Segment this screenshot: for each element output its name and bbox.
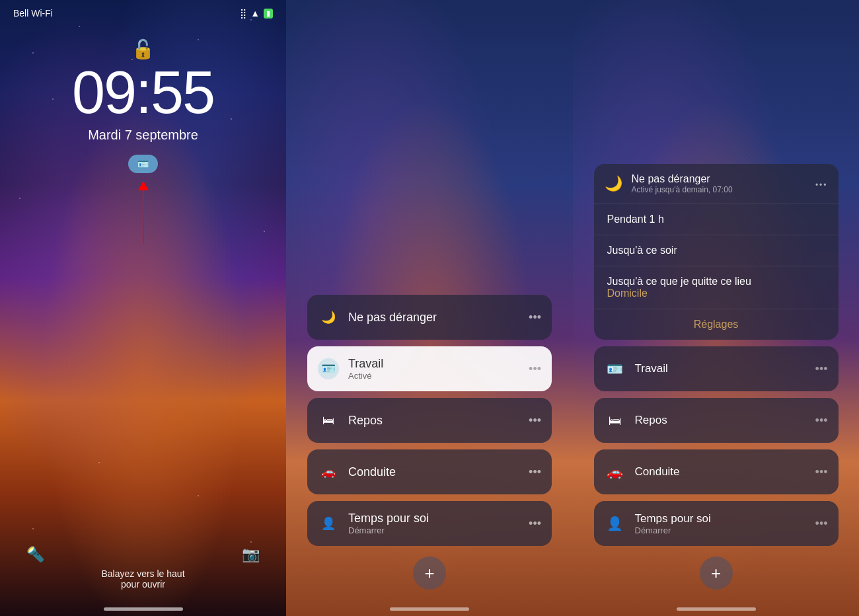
detail-focus-item-text-travail: Travail <box>635 362 806 375</box>
carrier-label: Bell Wi-Fi <box>13 8 53 19</box>
focus-item-name-travail: Travail <box>348 357 519 371</box>
focus-item-icon-conduite: 🚗 <box>318 461 339 482</box>
detail-focus-item-text-temps-pour-soi: Temps pour soiDémarrer <box>635 512 806 535</box>
detail-focus-item-text-conduite: Conduite <box>635 465 806 479</box>
detail-focus-item-name-conduite: Conduite <box>635 465 806 479</box>
focus-menu-panel: 🌙Ne pas déranger•••🪪TravailActivé•••🛏Rep… <box>286 0 573 616</box>
detail-focus-item-text-repos: Repos <box>635 414 806 427</box>
dnd-more-button[interactable] <box>815 177 828 191</box>
detail-focus-item-more-conduite[interactable]: ••• <box>815 465 828 479</box>
focus-item-text-travail: TravailActivé <box>348 357 519 381</box>
arrow-head <box>138 181 149 190</box>
focus-item-text-temps-pour-soi: Temps pour soiDémarrer <box>348 512 519 535</box>
focus-item-icon-travail: 🪪 <box>318 358 339 379</box>
detail-focus-item-temps-pour-soi[interactable]: 👤Temps pour soiDémarrer••• <box>594 501 839 546</box>
dnd-option-location[interactable]: Jusqu'à ce que je quitte ce lieu Domicil… <box>594 266 839 309</box>
lock-icon: 🔓 <box>131 38 155 60</box>
status-bar: Bell Wi-Fi ⣿ ▲ ▮ <box>0 0 286 19</box>
detail-focus-item-travail[interactable]: 🪪Travail••• <box>594 346 839 391</box>
focus-item-repos[interactable]: 🛏Repos••• <box>307 398 552 443</box>
wifi-icon: ▲ <box>250 8 260 19</box>
focus-list: 🌙Ne pas déranger•••🪪TravailActivé•••🛏Rep… <box>307 295 552 546</box>
detail-focus-item-more-temps-pour-soi[interactable]: ••• <box>815 517 828 531</box>
focus-item-sub-travail: Activé <box>348 371 519 381</box>
focus-item-travail[interactable]: 🪪TravailActivé••• <box>307 346 552 391</box>
dnd-location-name: Domicile <box>607 288 825 299</box>
focus-item-more-temps-pour-soi[interactable]: ••• <box>529 517 541 531</box>
status-icons: ⣿ ▲ ▮ <box>240 8 273 19</box>
focus-badge[interactable]: 🪪 <box>128 155 158 173</box>
focus-item-icon-ne-pas-deranger: 🌙 <box>318 307 339 328</box>
swipe-hint: Balayez vers le haut pour ouvrir <box>101 568 184 590</box>
focus-item-more-conduite[interactable]: ••• <box>529 465 541 479</box>
lock-bottom-controls: 🔦 📷 Balayez vers le haut pour ouvrir <box>0 546 286 590</box>
detail-focus-item-more-repos[interactable]: ••• <box>815 414 828 428</box>
focus-detail-panel: 🌙 Ne pas déranger Activé jusqu'à demain,… <box>573 0 859 616</box>
focus-item-conduite[interactable]: 🚗Conduite••• <box>307 449 552 494</box>
lock-shortcut-icons: 🔦 📷 <box>0 546 286 563</box>
detail-focus-item-more-travail[interactable]: ••• <box>815 362 828 376</box>
flashlight-icon[interactable]: 🔦 <box>26 546 44 563</box>
detail-focus-item-name-temps-pour-soi: Temps pour soi <box>635 512 806 525</box>
detail-focus-list: 🪪Travail•••🛏Repos•••🚗Conduite•••👤Temps p… <box>594 346 839 546</box>
detail-focus-item-icon-conduite: 🚗 <box>605 464 626 480</box>
focus-item-text-ne-pas-deranger: Ne pas déranger <box>348 311 519 325</box>
camera-icon[interactable]: 📷 <box>242 546 260 563</box>
lock-date: Mardi 7 septembre <box>88 128 198 143</box>
focus-item-text-repos: Repos <box>348 414 519 428</box>
dnd-moon-icon: 🌙 <box>605 175 622 192</box>
detail-focus-item-icon-repos: 🛏 <box>605 413 626 428</box>
detail-focus-item-icon-travail: 🪪 <box>605 361 626 377</box>
battery-icon: ▮ <box>264 9 273 19</box>
dnd-header-text: Ne pas déranger Activé jusqu'à demain, 0… <box>632 173 806 194</box>
detail-focus-item-sub-temps-pour-soi: Démarrer <box>635 525 806 535</box>
detail-content: 🌙 Ne pas déranger Activé jusqu'à demain,… <box>594 164 839 546</box>
detail-focus-item-icon-temps-pour-soi: 👤 <box>605 516 626 531</box>
detail-focus-item-repos[interactable]: 🛏Repos••• <box>594 398 839 443</box>
focus-item-icon-repos: 🛏 <box>318 410 339 431</box>
focus-item-name-temps-pour-soi: Temps pour soi <box>348 512 519 525</box>
dnd-card: 🌙 Ne pas déranger Activé jusqu'à demain,… <box>594 164 839 340</box>
lock-time: 09:55 <box>72 63 214 122</box>
dnd-settings-option[interactable]: Réglages <box>594 309 839 340</box>
detail-focus-item-name-travail: Travail <box>635 362 806 375</box>
dnd-title: Ne pas déranger <box>632 173 806 185</box>
add-focus-button-detail[interactable]: + <box>700 557 733 590</box>
add-focus-button[interactable]: + <box>413 557 446 590</box>
arrow-indicator <box>138 181 149 243</box>
focus-item-ne-pas-deranger[interactable]: 🌙Ne pas déranger••• <box>307 295 552 340</box>
focus-item-more-travail[interactable]: ••• <box>529 362 541 376</box>
dnd-option-tonight[interactable]: Jusqu'à ce soir <box>594 235 839 266</box>
focus-item-temps-pour-soi[interactable]: 👤Temps pour soiDémarrer••• <box>307 501 552 546</box>
focus-badge-icon: 🪪 <box>137 159 149 169</box>
focus-item-name-repos: Repos <box>348 414 519 428</box>
detail-focus-item-conduite[interactable]: 🚗Conduite••• <box>594 449 839 494</box>
arrow-line <box>143 190 144 243</box>
lock-screen-panel: Bell Wi-Fi ⣿ ▲ ▮ 🔓 09:55 Mardi 7 septemb… <box>0 0 286 616</box>
signal-icon: ⣿ <box>240 8 246 19</box>
focus-item-text-conduite: Conduite <box>348 465 519 479</box>
dnd-option-1h[interactable]: Pendant 1 h <box>594 204 839 235</box>
focus-item-name-ne-pas-deranger: Ne pas déranger <box>348 311 519 325</box>
focus-item-icon-temps-pour-soi: 👤 <box>318 513 339 534</box>
focus-item-more-ne-pas-deranger[interactable]: ••• <box>529 311 541 325</box>
home-indicator[interactable] <box>677 607 756 611</box>
dnd-header: 🌙 Ne pas déranger Activé jusqu'à demain,… <box>594 164 839 204</box>
focus-item-sub-temps-pour-soi: Démarrer <box>348 525 519 535</box>
dnd-subtitle: Activé jusqu'à demain, 07:00 <box>632 185 806 194</box>
detail-focus-item-name-repos: Repos <box>635 414 806 427</box>
home-indicator[interactable] <box>104 607 183 611</box>
focus-item-name-conduite: Conduite <box>348 465 519 479</box>
home-indicator[interactable] <box>390 607 469 611</box>
focus-item-more-repos[interactable]: ••• <box>529 414 541 428</box>
